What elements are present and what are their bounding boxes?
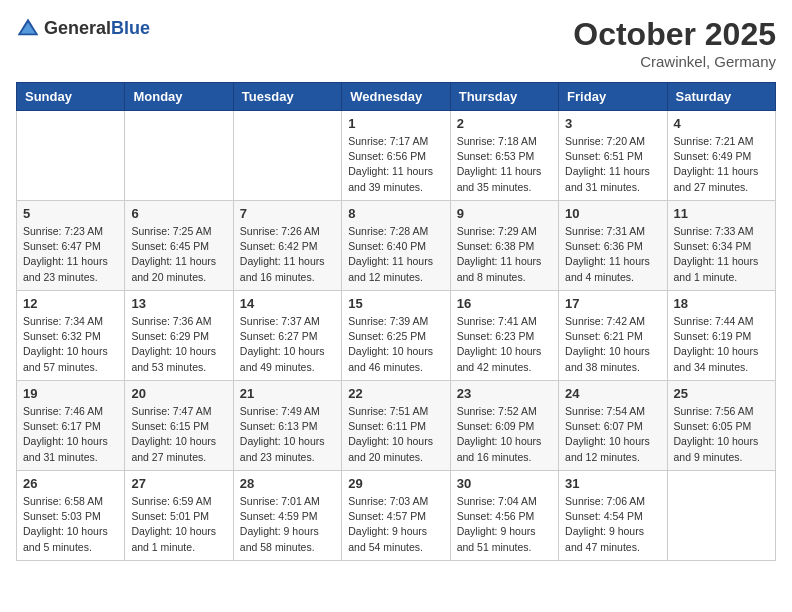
logo-general: General xyxy=(44,18,111,38)
day-number: 24 xyxy=(565,386,660,401)
calendar-cell: 1Sunrise: 7:17 AM Sunset: 6:56 PM Daylig… xyxy=(342,111,450,201)
day-info: Sunrise: 7:28 AM Sunset: 6:40 PM Dayligh… xyxy=(348,224,443,285)
column-header-tuesday: Tuesday xyxy=(233,83,341,111)
calendar-cell: 23Sunrise: 7:52 AM Sunset: 6:09 PM Dayli… xyxy=(450,381,558,471)
day-info: Sunrise: 7:04 AM Sunset: 4:56 PM Dayligh… xyxy=(457,494,552,555)
page-header: GeneralBlue October 2025 Crawinkel, Germ… xyxy=(16,16,776,70)
calendar-cell: 2Sunrise: 7:18 AM Sunset: 6:53 PM Daylig… xyxy=(450,111,558,201)
column-header-sunday: Sunday xyxy=(17,83,125,111)
week-row-2: 5Sunrise: 7:23 AM Sunset: 6:47 PM Daylig… xyxy=(17,201,776,291)
day-info: Sunrise: 7:26 AM Sunset: 6:42 PM Dayligh… xyxy=(240,224,335,285)
day-info: Sunrise: 7:33 AM Sunset: 6:34 PM Dayligh… xyxy=(674,224,769,285)
day-number: 14 xyxy=(240,296,335,311)
location-subtitle: Crawinkel, Germany xyxy=(573,53,776,70)
day-number: 5 xyxy=(23,206,118,221)
day-info: Sunrise: 7:03 AM Sunset: 4:57 PM Dayligh… xyxy=(348,494,443,555)
calendar-table: SundayMondayTuesdayWednesdayThursdayFrid… xyxy=(16,82,776,561)
logo-blue: Blue xyxy=(111,18,150,38)
logo-icon xyxy=(16,16,40,40)
month-title: October 2025 xyxy=(573,16,776,53)
day-number: 23 xyxy=(457,386,552,401)
calendar-cell: 18Sunrise: 7:44 AM Sunset: 6:19 PM Dayli… xyxy=(667,291,775,381)
calendar-cell xyxy=(17,111,125,201)
day-info: Sunrise: 7:41 AM Sunset: 6:23 PM Dayligh… xyxy=(457,314,552,375)
logo-text: GeneralBlue xyxy=(44,18,150,39)
day-number: 1 xyxy=(348,116,443,131)
day-info: Sunrise: 7:21 AM Sunset: 6:49 PM Dayligh… xyxy=(674,134,769,195)
calendar-cell: 28Sunrise: 7:01 AM Sunset: 4:59 PM Dayli… xyxy=(233,471,341,561)
day-number: 13 xyxy=(131,296,226,311)
calendar-cell: 14Sunrise: 7:37 AM Sunset: 6:27 PM Dayli… xyxy=(233,291,341,381)
day-info: Sunrise: 7:25 AM Sunset: 6:45 PM Dayligh… xyxy=(131,224,226,285)
calendar-cell: 30Sunrise: 7:04 AM Sunset: 4:56 PM Dayli… xyxy=(450,471,558,561)
day-info: Sunrise: 6:59 AM Sunset: 5:01 PM Dayligh… xyxy=(131,494,226,555)
calendar-cell: 12Sunrise: 7:34 AM Sunset: 6:32 PM Dayli… xyxy=(17,291,125,381)
calendar-cell: 22Sunrise: 7:51 AM Sunset: 6:11 PM Dayli… xyxy=(342,381,450,471)
calendar-cell: 24Sunrise: 7:54 AM Sunset: 6:07 PM Dayli… xyxy=(559,381,667,471)
day-number: 9 xyxy=(457,206,552,221)
calendar-cell: 27Sunrise: 6:59 AM Sunset: 5:01 PM Dayli… xyxy=(125,471,233,561)
day-info: Sunrise: 7:37 AM Sunset: 6:27 PM Dayligh… xyxy=(240,314,335,375)
day-number: 7 xyxy=(240,206,335,221)
day-number: 15 xyxy=(348,296,443,311)
day-number: 11 xyxy=(674,206,769,221)
calendar-header-row: SundayMondayTuesdayWednesdayThursdayFrid… xyxy=(17,83,776,111)
day-number: 20 xyxy=(131,386,226,401)
calendar-cell xyxy=(125,111,233,201)
calendar-cell: 20Sunrise: 7:47 AM Sunset: 6:15 PM Dayli… xyxy=(125,381,233,471)
calendar-cell xyxy=(233,111,341,201)
day-number: 16 xyxy=(457,296,552,311)
day-info: Sunrise: 7:44 AM Sunset: 6:19 PM Dayligh… xyxy=(674,314,769,375)
calendar-cell: 4Sunrise: 7:21 AM Sunset: 6:49 PM Daylig… xyxy=(667,111,775,201)
day-number: 22 xyxy=(348,386,443,401)
day-number: 17 xyxy=(565,296,660,311)
calendar-cell: 19Sunrise: 7:46 AM Sunset: 6:17 PM Dayli… xyxy=(17,381,125,471)
day-number: 3 xyxy=(565,116,660,131)
day-number: 27 xyxy=(131,476,226,491)
day-info: Sunrise: 7:54 AM Sunset: 6:07 PM Dayligh… xyxy=(565,404,660,465)
day-info: Sunrise: 7:17 AM Sunset: 6:56 PM Dayligh… xyxy=(348,134,443,195)
week-row-4: 19Sunrise: 7:46 AM Sunset: 6:17 PM Dayli… xyxy=(17,381,776,471)
day-info: Sunrise: 7:31 AM Sunset: 6:36 PM Dayligh… xyxy=(565,224,660,285)
day-info: Sunrise: 7:49 AM Sunset: 6:13 PM Dayligh… xyxy=(240,404,335,465)
day-number: 18 xyxy=(674,296,769,311)
day-info: Sunrise: 7:20 AM Sunset: 6:51 PM Dayligh… xyxy=(565,134,660,195)
column-header-monday: Monday xyxy=(125,83,233,111)
column-header-saturday: Saturday xyxy=(667,83,775,111)
calendar-cell: 11Sunrise: 7:33 AM Sunset: 6:34 PM Dayli… xyxy=(667,201,775,291)
calendar-cell: 8Sunrise: 7:28 AM Sunset: 6:40 PM Daylig… xyxy=(342,201,450,291)
calendar-cell: 29Sunrise: 7:03 AM Sunset: 4:57 PM Dayli… xyxy=(342,471,450,561)
day-info: Sunrise: 7:36 AM Sunset: 6:29 PM Dayligh… xyxy=(131,314,226,375)
day-info: Sunrise: 7:42 AM Sunset: 6:21 PM Dayligh… xyxy=(565,314,660,375)
day-info: Sunrise: 7:51 AM Sunset: 6:11 PM Dayligh… xyxy=(348,404,443,465)
calendar-cell: 13Sunrise: 7:36 AM Sunset: 6:29 PM Dayli… xyxy=(125,291,233,381)
calendar-cell: 31Sunrise: 7:06 AM Sunset: 4:54 PM Dayli… xyxy=(559,471,667,561)
day-info: Sunrise: 7:18 AM Sunset: 6:53 PM Dayligh… xyxy=(457,134,552,195)
day-number: 6 xyxy=(131,206,226,221)
title-block: October 2025 Crawinkel, Germany xyxy=(573,16,776,70)
day-number: 19 xyxy=(23,386,118,401)
calendar-cell: 25Sunrise: 7:56 AM Sunset: 6:05 PM Dayli… xyxy=(667,381,775,471)
week-row-5: 26Sunrise: 6:58 AM Sunset: 5:03 PM Dayli… xyxy=(17,471,776,561)
calendar-cell: 15Sunrise: 7:39 AM Sunset: 6:25 PM Dayli… xyxy=(342,291,450,381)
day-info: Sunrise: 7:01 AM Sunset: 4:59 PM Dayligh… xyxy=(240,494,335,555)
day-number: 25 xyxy=(674,386,769,401)
day-info: Sunrise: 7:47 AM Sunset: 6:15 PM Dayligh… xyxy=(131,404,226,465)
day-number: 12 xyxy=(23,296,118,311)
day-number: 31 xyxy=(565,476,660,491)
calendar-cell: 6Sunrise: 7:25 AM Sunset: 6:45 PM Daylig… xyxy=(125,201,233,291)
day-number: 21 xyxy=(240,386,335,401)
day-info: Sunrise: 7:39 AM Sunset: 6:25 PM Dayligh… xyxy=(348,314,443,375)
column-header-thursday: Thursday xyxy=(450,83,558,111)
day-number: 10 xyxy=(565,206,660,221)
calendar-cell: 16Sunrise: 7:41 AM Sunset: 6:23 PM Dayli… xyxy=(450,291,558,381)
day-info: Sunrise: 7:46 AM Sunset: 6:17 PM Dayligh… xyxy=(23,404,118,465)
calendar-cell: 9Sunrise: 7:29 AM Sunset: 6:38 PM Daylig… xyxy=(450,201,558,291)
day-info: Sunrise: 7:29 AM Sunset: 6:38 PM Dayligh… xyxy=(457,224,552,285)
day-number: 8 xyxy=(348,206,443,221)
day-info: Sunrise: 7:34 AM Sunset: 6:32 PM Dayligh… xyxy=(23,314,118,375)
day-number: 28 xyxy=(240,476,335,491)
day-number: 29 xyxy=(348,476,443,491)
day-number: 30 xyxy=(457,476,552,491)
day-info: Sunrise: 7:23 AM Sunset: 6:47 PM Dayligh… xyxy=(23,224,118,285)
